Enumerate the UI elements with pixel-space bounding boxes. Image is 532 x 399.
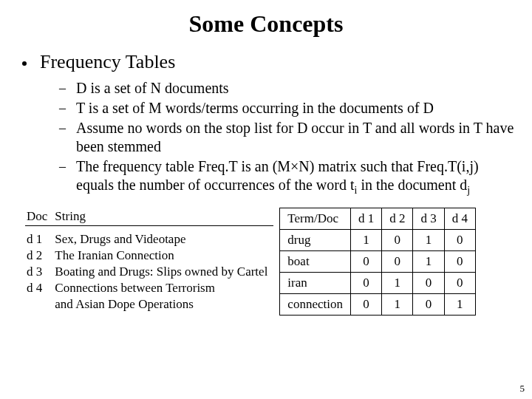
freq-cell: 0 — [350, 250, 381, 272]
term-cell: drug — [280, 229, 351, 250]
term-cell: iran — [280, 272, 351, 293]
page-number: 5 — [520, 383, 525, 395]
table-row: d 3 Boating and Drugs: Slips owned by Ca… — [25, 264, 273, 280]
freq-cell: 0 — [444, 272, 475, 293]
freq-cell: 1 — [382, 272, 413, 293]
dash-icon: – — [59, 81, 66, 96]
doc-header: Doc — [25, 208, 53, 226]
table-row: d 2 The Iranian Connection — [25, 248, 273, 264]
freq-cell: 0 — [413, 272, 444, 293]
table-row: d 1 Sex, Drugs and Videotape — [25, 225, 273, 248]
string-cell: Connections between Terrorism — [53, 280, 273, 296]
string-cell: Boating and Drugs: Slips owned by Cartel — [53, 264, 273, 280]
doc-cell: d 4 — [25, 280, 53, 296]
sub-bullet: – The frequency table Freq.T is an (M×N)… — [59, 157, 514, 197]
freq-header: d 3 — [413, 208, 444, 229]
sub-text: Assume no words on the stop list for D o… — [76, 119, 514, 156]
freq-cell: 1 — [382, 293, 413, 315]
string-cell: and Asian Dope Operations — [53, 296, 273, 313]
table-row: connection 0 1 0 1 — [280, 293, 476, 315]
dash-icon: – — [59, 159, 66, 174]
freq-cell: 0 — [444, 229, 475, 250]
tables-row: Doc String d 1 Sex, Drugs and Videotape … — [25, 208, 514, 316]
dash-icon: – — [59, 100, 66, 116]
bullet-icon — [22, 61, 27, 66]
sub-text: T is a set of M words/terms occurring in… — [76, 99, 434, 117]
freq-header: d 1 — [350, 208, 381, 229]
table-row: Term/Doc d 1 d 2 d 3 d 4 — [280, 208, 476, 229]
freq-cell: 0 — [413, 293, 444, 315]
string-cell: The Iranian Connection — [53, 248, 273, 264]
table-row: and Asian Dope Operations — [25, 296, 273, 313]
term-cell: boat — [280, 250, 351, 272]
freq-header: d 2 — [382, 208, 413, 229]
sub-bullet: – T is a set of M words/terms occurring … — [59, 99, 514, 117]
freq-cell: 0 — [350, 272, 381, 293]
freq-cell: 1 — [350, 229, 381, 250]
sub-text: The frequency table Freq.T is an (M×N) m… — [76, 157, 514, 197]
freq-cell: 0 — [382, 250, 413, 272]
freq-cell: 1 — [413, 250, 444, 272]
table-row: d 4 Connections between Terrorism — [25, 280, 273, 296]
sub-bullet: – D is a set of N documents — [59, 79, 514, 98]
sub-bullet: – Assume no words on the stop list for D… — [59, 119, 514, 156]
freq-cell: 0 — [350, 293, 381, 315]
doc-string-table: Doc String d 1 Sex, Drugs and Videotape … — [25, 208, 273, 313]
doc-cell: d 2 — [25, 248, 53, 264]
term-cell: connection — [280, 293, 351, 315]
table-row: iran 0 1 0 0 — [280, 272, 476, 293]
table-row: boat 0 0 1 0 — [280, 250, 476, 272]
freq-header: Term/Doc — [280, 208, 351, 229]
string-cell: Sex, Drugs and Videotape — [53, 225, 273, 248]
dash-icon: – — [59, 120, 66, 136]
table-row: drug 1 0 1 0 — [280, 229, 476, 250]
freq-cell: 1 — [413, 229, 444, 250]
slide-title: Some Concepts — [18, 10, 514, 38]
doc-cell: d 1 — [25, 225, 53, 248]
frequency-table: Term/Doc d 1 d 2 d 3 d 4 drug 1 0 1 0 bo… — [279, 208, 476, 316]
string-header: String — [53, 208, 273, 226]
bullet-text: Frequency Tables — [40, 51, 175, 73]
freq-header: d 4 — [444, 208, 475, 229]
doc-cell: d 3 — [25, 264, 53, 280]
freq-cell: 0 — [444, 250, 475, 272]
freq-cell: 0 — [382, 229, 413, 250]
sub-text: D is a set of N documents — [76, 79, 229, 98]
freq-cell: 1 — [444, 293, 475, 315]
bullet-item: Frequency Tables — [18, 51, 514, 73]
sub-bullet-list: – D is a set of N documents – T is a set… — [59, 79, 514, 197]
